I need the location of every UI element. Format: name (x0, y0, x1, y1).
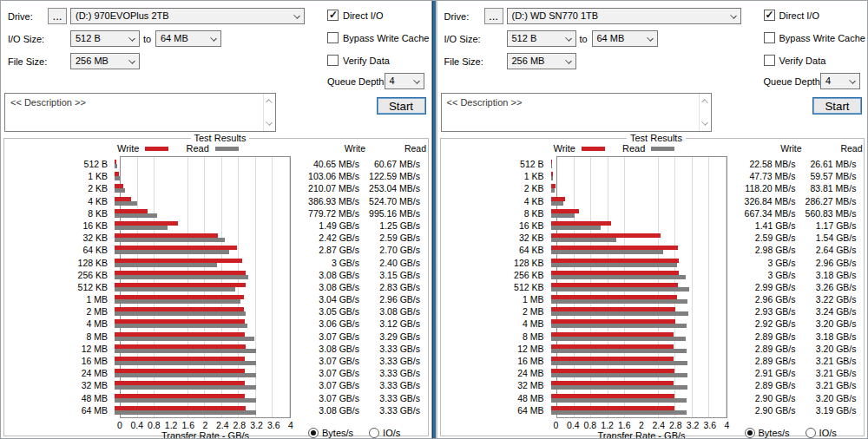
io-per-sec-label: IO/s (383, 428, 400, 438)
read-value: 83.81 MB/s (796, 182, 857, 194)
read-bar (551, 213, 575, 218)
write-value: 2.98 GB/s (721, 244, 796, 256)
browse-drive-button[interactable]: ... (484, 8, 503, 24)
queue-depth-select[interactable]: 4 (385, 73, 424, 89)
direct-io-checkbox-row[interactable]: Direct I/O (327, 10, 383, 21)
units-radio-group: Bytes/s IO/s (308, 428, 400, 438)
write-value: 1.49 GB/s (285, 220, 359, 232)
row-bars (550, 331, 721, 343)
chart-row: 16 MB2.89 GB/s3.21 GB/s (441, 355, 865, 367)
io-per-sec-radio[interactable] (806, 428, 816, 438)
read-value: 3.29 GB/s (359, 331, 420, 343)
read-bar (115, 337, 254, 341)
write-value: 667.34 MB/s (721, 207, 796, 220)
read-bar (115, 385, 256, 390)
chevron-down-icon (413, 77, 420, 84)
io-per-sec-radio[interactable] (369, 428, 379, 438)
io-size-from-select[interactable]: 512 B (507, 30, 576, 47)
queue-depth-select[interactable]: 4 (820, 73, 860, 89)
row-size-label: 8 MB (4, 331, 114, 343)
row-bars (114, 318, 285, 330)
description-input[interactable]: << Description >> (4, 93, 276, 132)
scroll-down-icon[interactable] (266, 119, 273, 126)
row-bars (550, 170, 721, 182)
read-bar (115, 201, 137, 206)
drive-select[interactable]: (D:) WD SN770 1TB (507, 8, 741, 24)
read-value: 560.83 MB/s (796, 207, 857, 220)
read-bar (115, 250, 229, 254)
bytes-per-sec-radio[interactable] (745, 428, 755, 438)
write-value: 2.89 GB/s (721, 343, 796, 355)
description-scrollbar[interactable] (699, 94, 711, 131)
chart-legend: Write Read (117, 143, 256, 154)
chart-row: 16 KB1.49 GB/s1.25 GB/s (4, 220, 428, 232)
verify-data-checkbox[interactable] (327, 55, 339, 66)
drive-select[interactable]: (D:) 970EVOPlus 2TB (70, 8, 305, 24)
start-button[interactable]: Start (377, 97, 426, 115)
row-bars (550, 269, 721, 281)
row-bars (114, 232, 285, 244)
io-size-to-select[interactable]: 64 MB (155, 30, 221, 47)
verify-data-checkbox-row[interactable]: Verify Data (764, 55, 826, 66)
read-bar (115, 213, 157, 218)
bypass-write-cache-checkbox[interactable] (764, 32, 775, 43)
read-bar (551, 410, 687, 415)
bytes-per-sec-radio[interactable] (308, 428, 319, 438)
chart-row: 512 KB2.99 GB/s3.26 GB/s (441, 281, 865, 293)
bypass-write-cache-checkbox[interactable] (327, 32, 339, 43)
row-size-label: 2 MB (441, 305, 550, 318)
description-input[interactable]: << Description >> (441, 93, 713, 132)
read-bar (551, 287, 690, 292)
drive-label: Drive: (444, 11, 470, 22)
chevron-down-icon (849, 77, 856, 84)
read-bar (115, 287, 235, 292)
read-bar (551, 349, 687, 353)
row-size-label: 16 MB (441, 355, 550, 367)
read-bar (115, 410, 256, 415)
direct-io-checkbox-row[interactable]: Direct I/O (764, 10, 819, 21)
scroll-up-icon[interactable] (701, 99, 708, 106)
row-size-label: 32 KB (4, 232, 114, 244)
verify-data-checkbox[interactable] (764, 55, 775, 66)
chart-rows: 512 B40.65 MB/s60.67 MB/s1 KB103.06 MB/s… (4, 158, 428, 416)
test-results-group: Test Results Write Read Write Read 512 B… (3, 138, 429, 436)
write-value: 386.93 MB/s (285, 195, 359, 207)
row-size-label: 2 KB (4, 182, 114, 194)
row-size-label: 256 KB (4, 269, 114, 281)
write-value: 3.06 GB/s (285, 318, 359, 330)
chart-row: 4 MB3.06 GB/s3.12 GB/s (4, 318, 428, 330)
chart-row: 8 KB667.34 MB/s560.83 MB/s (441, 207, 865, 220)
io-size-from-select[interactable]: 512 B (70, 30, 140, 47)
axis-tick-label: 1.2 (601, 420, 614, 430)
chevron-down-icon (647, 35, 654, 42)
row-bars (550, 343, 721, 355)
start-button[interactable]: Start (812, 97, 862, 115)
verify-data-label: Verify Data (779, 56, 826, 66)
row-size-label: 128 KB (441, 257, 550, 269)
write-value: 3 GB/s (721, 269, 796, 281)
axis-tick-label: 0.8 (584, 420, 597, 430)
scroll-up-icon[interactable] (266, 99, 273, 106)
chart-row: 16 KB1.41 GB/s1.17 GB/s (441, 220, 865, 232)
scroll-down-icon[interactable] (701, 119, 708, 126)
description-scrollbar[interactable] (263, 94, 275, 131)
read-value: 2.40 GB/s (359, 257, 420, 269)
io-size-to-select[interactable]: 64 MB (592, 30, 658, 47)
read-bar (115, 238, 225, 242)
read-column-header: Read (365, 143, 426, 154)
browse-drive-button[interactable]: ... (48, 8, 67, 24)
bypass-write-cache-checkbox-row[interactable]: Bypass Write Cache (327, 32, 429, 43)
bypass-write-cache-label: Bypass Write Cache (779, 33, 865, 43)
write-value: 47.73 MB/s (721, 170, 796, 182)
read-bar (551, 263, 677, 267)
file-size-select[interactable]: 256 MB (70, 53, 140, 69)
bypass-write-cache-checkbox-row[interactable]: Bypass Write Cache (764, 32, 865, 43)
file-size-select[interactable]: 256 MB (507, 53, 576, 69)
direct-io-checkbox[interactable] (327, 10, 339, 21)
write-value: 2.87 GB/s (285, 244, 359, 256)
direct-io-checkbox[interactable] (764, 10, 775, 21)
write-value: 118.20 MB/s (721, 182, 796, 194)
write-value: 1.41 GB/s (721, 220, 796, 232)
read-swatch-icon (651, 147, 674, 151)
verify-data-checkbox-row[interactable]: Verify Data (327, 55, 390, 66)
